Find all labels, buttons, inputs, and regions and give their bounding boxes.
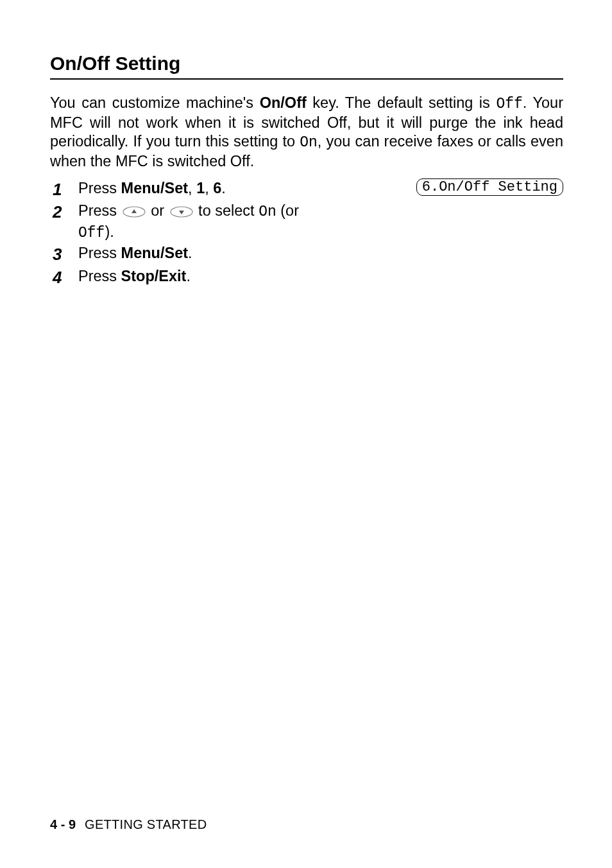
step-key-menuset: Menu/Set: [121, 180, 188, 196]
section-heading: On/Off Setting: [50, 53, 563, 80]
intro-text: key. The default setting is: [307, 94, 497, 111]
step-4: 4 Press Stop/Exit.: [50, 266, 563, 289]
step-body: Press or to select On (or Off).: [78, 201, 335, 243]
step-key-stopexit: Stop/Exit: [121, 268, 187, 284]
intro-bold-onoff: On/Off: [260, 94, 307, 111]
intro-mono-off: Off: [496, 96, 522, 112]
step-text: .: [186, 268, 191, 284]
step-mono-off: Off: [78, 225, 105, 241]
intro-text: You can customize machine's: [50, 94, 260, 111]
step-body: Press Menu/Set.: [78, 243, 335, 264]
step-number: 4: [50, 266, 78, 289]
step-text: ).: [105, 223, 114, 240]
step-text: (or: [276, 202, 299, 219]
step-text: ,: [188, 180, 196, 196]
down-arrow-icon: [170, 206, 193, 218]
step-key-1: 1: [196, 180, 205, 196]
section-name: GETTING STARTED: [85, 817, 207, 831]
step-2: 2 Press or to select On (or Off).: [50, 201, 563, 243]
intro-paragraph: You can customize machine's On/Off key. …: [50, 94, 563, 171]
step-body: Press Stop/Exit.: [78, 266, 335, 287]
step-mono-on: On: [259, 204, 276, 220]
step-number: 1: [50, 178, 78, 201]
step-text: Press: [78, 180, 121, 196]
step-number: 3: [50, 243, 78, 266]
step-key-menuset: Menu/Set: [121, 245, 188, 261]
page-footer: 4 - 9GETTING STARTED: [50, 817, 207, 832]
steps-list: 6.On/Off Setting 1 Press Menu/Set, 1, 6.…: [50, 178, 563, 288]
step-text: .: [188, 245, 192, 261]
step-text: .: [221, 180, 226, 196]
step-text: ,: [205, 180, 213, 196]
step-text: or: [147, 202, 169, 219]
step-text: Press: [78, 202, 121, 219]
step-text: Press: [78, 245, 121, 261]
step-text: Press: [78, 268, 121, 284]
step-number: 2: [50, 201, 78, 223]
lcd-display: 6.On/Off Setting: [416, 178, 563, 196]
step-text: to select: [194, 202, 259, 219]
step-3: 3 Press Menu/Set.: [50, 243, 563, 266]
step-key-6: 6: [213, 180, 221, 196]
page-number: 4 - 9: [50, 817, 76, 831]
step-body: Press Menu/Set, 1, 6.: [78, 178, 335, 199]
intro-mono-on: On: [300, 134, 318, 151]
up-arrow-icon: [123, 206, 146, 218]
